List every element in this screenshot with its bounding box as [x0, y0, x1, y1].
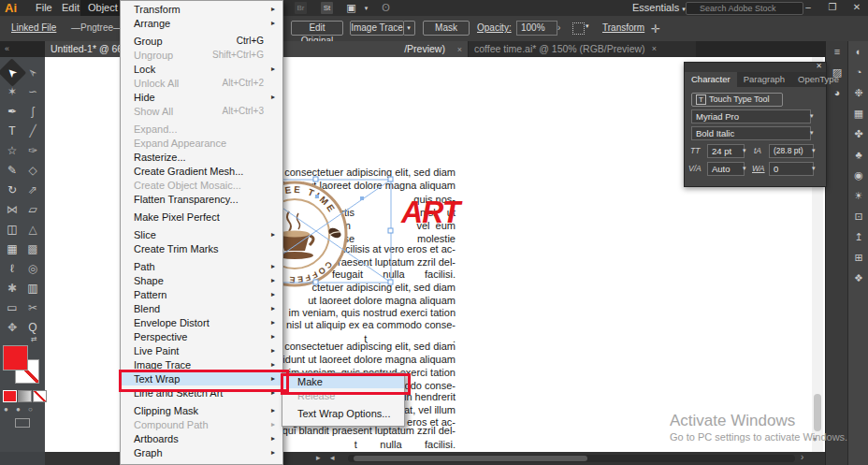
menu-item[interactable]: Shape ▸	[121, 273, 282, 287]
menu-item[interactable]	[121, 118, 282, 122]
menu-item[interactable]: Artboards ▸	[121, 431, 282, 445]
color-button[interactable]	[3, 390, 17, 402]
tool-button[interactable]: ⋈	[2, 200, 22, 220]
tool-button[interactable]: ╱	[22, 122, 43, 141]
menu-item[interactable]: Expand Appearance	[121, 136, 282, 150]
gradient-button[interactable]	[18, 390, 32, 402]
panel-header[interactable]: ✕	[685, 63, 826, 72]
next-artboard-icon[interactable]: ▸	[316, 453, 321, 462]
tool-button[interactable]: ✥	[2, 318, 22, 338]
opacity-field[interactable]: 100%	[516, 21, 557, 36]
horizontal-scrollbar-thumb[interactable]	[354, 456, 587, 461]
panel-tab[interactable]: Character	[685, 72, 737, 87]
tool-button[interactable]: ✒	[2, 102, 22, 122]
previous-artboard-icon[interactable]: ◂	[330, 453, 335, 462]
tool-button[interactable]: ʃ	[22, 102, 43, 122]
restore-button[interactable]: ❐	[821, 0, 844, 16]
menu-item[interactable]	[121, 206, 282, 210]
tool-button[interactable]: ▱	[22, 200, 43, 220]
art-word-1[interactable]: ART	[401, 196, 459, 227]
panel-tab[interactable]: Paragraph	[737, 72, 791, 87]
stock-icon[interactable]: St	[321, 2, 333, 14]
drawing-mode-buttons[interactable]: ● ● ○	[4, 405, 36, 414]
menu-item[interactable]: Graph ▸	[121, 445, 282, 459]
opacity-spinner-icon[interactable]: ›	[557, 22, 560, 33]
touch-type-tool-button[interactable]: TTouch Type Tool	[691, 93, 783, 107]
tracking-field[interactable]: 0	[769, 162, 814, 176]
panel-tab[interactable]: OpenType	[791, 72, 846, 87]
tool-button[interactable]: ◎	[22, 259, 43, 279]
tool-button[interactable]: ◫	[2, 220, 22, 240]
change-screen-mode-icon[interactable]	[15, 418, 30, 428]
bridge-icon[interactable]: Br	[295, 2, 307, 14]
menu-item[interactable]: Clipping Mask ▸	[121, 403, 282, 417]
tool-button[interactable]: ▩	[22, 240, 43, 259]
menu-object[interactable]: Object	[80, 0, 125, 16]
menu-item[interactable]: Transform ▸	[121, 2, 282, 16]
menu-item[interactable]: Compound Path ▸	[121, 417, 282, 431]
chevron-down-icon[interactable]: ▾	[810, 129, 814, 137]
tool-button[interactable]: ✂	[22, 298, 43, 318]
tool-button[interactable]: ▦	[2, 240, 22, 259]
dock-icon[interactable]: ☀	[848, 185, 868, 206]
dock-icon[interactable]: ▦	[848, 103, 868, 124]
tool-button[interactable]: ✎	[2, 161, 22, 181]
tool-button[interactable]: ▥	[22, 279, 43, 298]
chevron-down-icon[interactable]: ▾	[586, 22, 589, 30]
mask-button[interactable]: Mask	[423, 21, 470, 36]
tool-button[interactable]: T	[2, 122, 22, 141]
close-button[interactable]: ✕	[846, 0, 868, 16]
tool-button[interactable]: △	[22, 220, 43, 240]
tool-button[interactable]: ℓ	[2, 259, 22, 279]
workspace-switcher[interactable]: Essentials ▾	[632, 0, 686, 17]
opacity-label[interactable]: Opacity:	[477, 22, 512, 33]
chevron-down-icon[interactable]: ▾	[743, 147, 746, 154]
menu-item[interactable]: Blend ▸	[121, 301, 282, 315]
edit-original-button[interactable]: Edit Original	[291, 21, 343, 36]
tool-button[interactable]: ◇	[22, 161, 43, 181]
tab-close-icon[interactable]: ×	[457, 45, 462, 54]
chevron-down-icon[interactable]: ▾	[812, 165, 816, 172]
dock-icon[interactable]: ✤	[848, 124, 868, 144]
dock-icon[interactable]: ◉	[848, 165, 868, 185]
dock-icon[interactable]: ❖	[848, 268, 868, 288]
menu-item[interactable]: Pattern ▸	[121, 287, 282, 301]
menu-item[interactable]: Make Pixel Perfect	[121, 210, 282, 224]
menu-item[interactable]	[121, 30, 282, 34]
dock-icon[interactable]: ⊞	[848, 247, 868, 268]
fill-swatch[interactable]	[3, 345, 28, 371]
menu-item[interactable]: Envelope Distort ▸	[121, 315, 282, 329]
tool-button[interactable]: ✑	[22, 141, 43, 161]
menu-item[interactable]: Lock ▸	[121, 62, 282, 76]
chevron-down-icon[interactable]: ▾	[360, 2, 372, 14]
align-icon[interactable]: ✛	[651, 22, 660, 36]
tool-button[interactable]: ☆	[2, 141, 22, 161]
menu-item[interactable]: Arrange ▸	[121, 16, 282, 30]
search-adobe-stock-input[interactable]: Search Adobe Stock	[686, 2, 803, 15]
tab-close-icon[interactable]: ×	[652, 41, 657, 57]
tool-button[interactable]: ↻	[2, 181, 22, 200]
linked-file-label[interactable]: Linked File	[11, 22, 56, 33]
swap-fill-stroke-icon[interactable]: ⇄	[31, 335, 37, 343]
chevron-down-icon[interactable]: ▾	[743, 165, 746, 172]
menu-item[interactable]: Perspective ▸	[121, 329, 282, 343]
document-tab-coffee-time[interactable]: coffee time.ai* @ 150% (RGB/Preview) ×	[469, 41, 696, 57]
tool-button[interactable]: ⇗	[22, 181, 43, 200]
font-family-field[interactable]: Myriad Pro	[691, 109, 811, 124]
menu-item[interactable]: Flatten Transparency...	[121, 192, 282, 206]
menu-item[interactable]: Create Object Mosaic...	[121, 178, 282, 192]
vertical-scrollbar-thumb[interactable]	[814, 394, 821, 431]
tool-button[interactable]: ✱	[2, 279, 22, 298]
menu-item[interactable]: Path ▸	[121, 259, 282, 273]
kerning-field[interactable]: Auto	[707, 162, 745, 176]
minimize-button[interactable]: –	[797, 0, 819, 16]
dock-icon[interactable]: ❉	[848, 82, 868, 103]
dock-icon[interactable]: ♣	[848, 144, 868, 165]
font-style-field[interactable]: Bold Italic	[691, 126, 811, 140]
image-trace-chevron-icon[interactable]: ▾	[403, 21, 415, 36]
image-trace-button[interactable]: Image Trace	[350, 21, 404, 36]
collapse-panel-icon[interactable]: «	[5, 41, 9, 57]
select-similar-icon[interactable]	[572, 22, 585, 35]
font-size-field[interactable]: 24 pt	[707, 144, 745, 158]
menu-item[interactable]: Rasterize...	[121, 150, 282, 164]
